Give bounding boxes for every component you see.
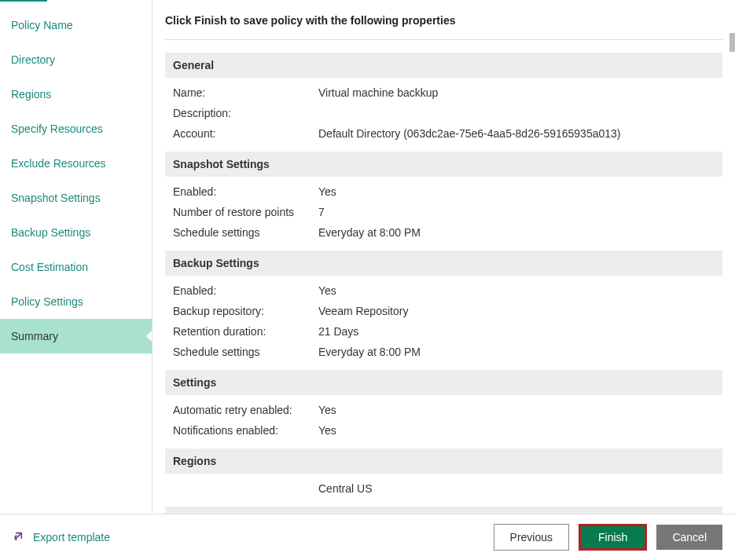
label-backup-schedule: Schedule settings bbox=[173, 346, 318, 358]
value-restore-points: 7 bbox=[318, 206, 325, 218]
sidebar-item-specify-resources[interactable]: Specify Resources bbox=[0, 112, 152, 146]
label-restore-points: Number of restore points bbox=[173, 206, 318, 218]
value-snapshot-enabled: Yes bbox=[318, 185, 336, 198]
value-snapshot-schedule: Everyday at 8:00 PM bbox=[318, 226, 421, 239]
row-retention: Retention duration: 21 Days bbox=[165, 321, 722, 342]
sidebar-item-backup-settings[interactable]: Backup Settings bbox=[0, 215, 152, 250]
export-template-label: Export template bbox=[33, 531, 110, 544]
value-backup-enabled: Yes bbox=[318, 284, 336, 297]
row-backup-schedule: Schedule settings Everyday at 8:00 PM bbox=[165, 342, 722, 362]
section-resources-header: Resources bbox=[165, 507, 722, 514]
section-settings-header: Settings bbox=[165, 370, 722, 395]
row-backup-repo: Backup repository: Veeam Repository bbox=[165, 301, 722, 321]
sidebar-item-snapshot-settings[interactable]: Snapshot Settings bbox=[0, 181, 152, 215]
label-backup-enabled: Enabled: bbox=[173, 284, 318, 297]
summary-content: Click Finish to save policy with the fol… bbox=[152, 2, 735, 514]
section-backup-header: Backup Settings bbox=[165, 251, 722, 276]
label-region bbox=[173, 482, 318, 495]
cancel-button[interactable]: Cancel bbox=[656, 525, 722, 550]
scrollbar[interactable] bbox=[729, 33, 735, 52]
value-retry: Yes bbox=[318, 404, 336, 416]
value-name: Virtual machine backkup bbox=[318, 86, 438, 99]
value-retention: 21 Days bbox=[318, 325, 358, 338]
label-name: Name: bbox=[173, 86, 318, 99]
sidebar-item-directory[interactable]: Directory bbox=[0, 42, 152, 77]
row-region: Central US bbox=[165, 478, 722, 499]
row-account: Account: Default Directory (063dc2ae-75e… bbox=[165, 123, 722, 144]
row-snapshot-enabled: Enabled: Yes bbox=[165, 181, 722, 202]
label-snapshot-enabled: Enabled: bbox=[173, 185, 318, 198]
section-snapshot-header: Snapshot Settings bbox=[165, 152, 722, 177]
value-backup-schedule: Everyday at 8:00 PM bbox=[318, 346, 421, 358]
row-retry: Automatic retry enabled: Yes bbox=[165, 400, 722, 420]
sidebar-item-cost-estimation[interactable]: Cost Estimation bbox=[0, 250, 152, 284]
content-title: Click Finish to save policy with the fol… bbox=[165, 2, 722, 40]
wizard-footer: Export template Previous Finish Cancel bbox=[0, 514, 735, 560]
share-arrow-icon bbox=[13, 529, 25, 545]
section-regions-header: Regions bbox=[165, 448, 722, 474]
sidebar-item-summary[interactable]: Summary bbox=[0, 319, 152, 353]
label-retention: Retention duration: bbox=[173, 325, 318, 338]
value-account: Default Directory (063dc2ae-75e6-4aa5-8d… bbox=[318, 127, 621, 140]
row-restore-points: Number of restore points 7 bbox=[165, 202, 722, 222]
sidebar-item-policy-name[interactable]: Policy Name bbox=[0, 8, 152, 42]
label-account: Account: bbox=[173, 127, 318, 140]
sidebar-item-policy-settings[interactable]: Policy Settings bbox=[0, 284, 152, 319]
label-snapshot-schedule: Schedule settings bbox=[173, 226, 318, 239]
row-snapshot-schedule: Schedule settings Everyday at 8:00 PM bbox=[165, 222, 722, 243]
finish-button[interactable]: Finish bbox=[579, 524, 647, 551]
row-backup-enabled: Enabled: Yes bbox=[165, 280, 722, 301]
wizard-sidebar: Policy Name Directory Regions Specify Re… bbox=[0, 2, 152, 514]
value-notifications: Yes bbox=[318, 424, 336, 437]
row-description: Description: bbox=[165, 103, 722, 123]
value-backup-repo: Veeam Repository bbox=[318, 305, 408, 317]
row-notifications: Notifications enabled: Yes bbox=[165, 420, 722, 441]
label-retry: Automatic retry enabled: bbox=[173, 404, 318, 416]
label-backup-repo: Backup repository: bbox=[173, 305, 318, 317]
label-notifications: Notifications enabled: bbox=[173, 424, 318, 437]
value-region: Central US bbox=[318, 482, 372, 495]
sidebar-item-regions[interactable]: Regions bbox=[0, 77, 152, 112]
label-description: Description: bbox=[173, 107, 318, 119]
export-template-link[interactable]: Export template bbox=[13, 529, 110, 545]
section-general-header: General bbox=[165, 53, 722, 78]
previous-button[interactable]: Previous bbox=[494, 524, 569, 551]
sidebar-item-exclude-resources[interactable]: Exclude Resources bbox=[0, 146, 152, 181]
row-name: Name: Virtual machine backkup bbox=[165, 82, 722, 103]
